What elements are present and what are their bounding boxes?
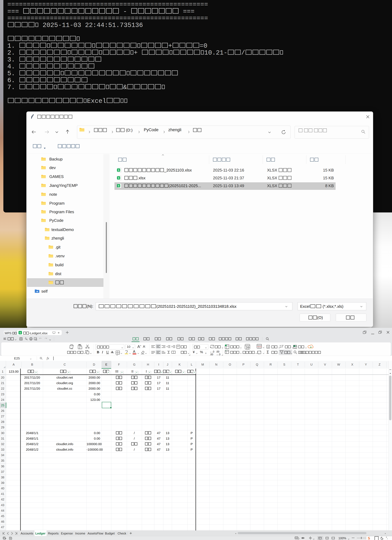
svg-text:S: S: [118, 177, 119, 179]
svg-text:S: S: [118, 169, 119, 171]
svg-text:S: S: [118, 184, 119, 187]
svg-text:S: S: [20, 331, 21, 334]
